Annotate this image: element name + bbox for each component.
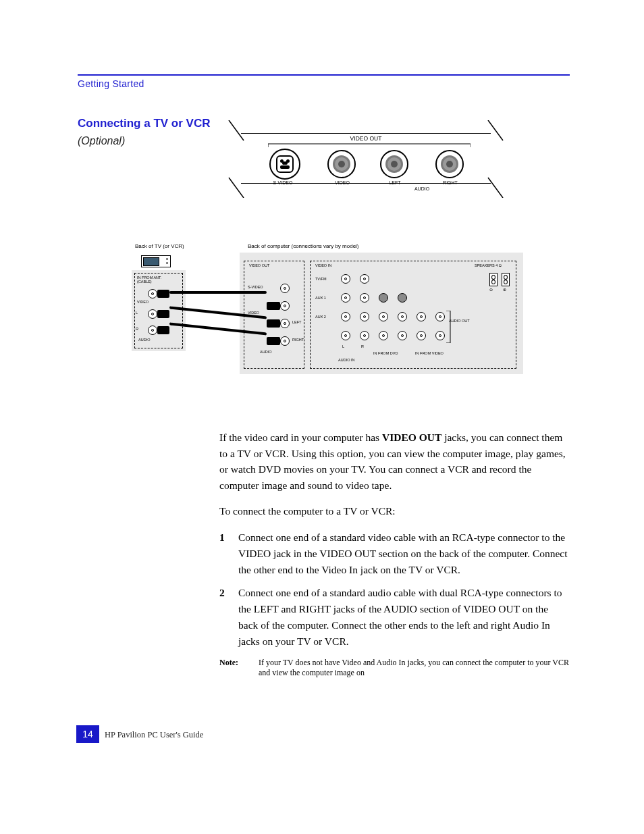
section-header: Getting Started [78,78,570,89]
pc-r1c2 [379,293,388,303]
svg-line-0 [229,120,244,140]
svideo-jack-icon [269,149,300,180]
body-paragraph-1: If the video card in your computer has V… [219,429,570,493]
tv-audio-l-jack [148,309,157,319]
pc-tvfm-lbl: TV/FM [315,277,327,281]
pc-dvd-lbl: IN FROM DVD [373,351,398,355]
pc-svideo-jack [280,284,290,293]
pc-right-jack [280,336,290,346]
pc-aux1-lbl: AUX 1 [315,296,326,300]
pc-r2c2 [379,312,388,321]
pc-r3c4 [417,331,426,340]
tv-ant-label: IN FROM ANT. (CABLE) [137,276,161,284]
pc-audio-in-lbl: AUDIO IN [338,358,354,362]
video-label: VIDEO [322,180,363,185]
pc-caption: Back of computer (connections vary by mo… [248,243,359,249]
pc-r0c0 [341,274,350,284]
video-jack-icon [327,150,356,178]
body-paragraph-2: To connect the computer to a TV or VCR: [219,503,570,519]
pc-r3c2 [379,331,388,340]
left-heading: Connecting a TV or VCR [78,116,219,131]
panel-strip: VIDEO OUT [241,133,491,184]
audio-out-bracket [446,311,453,343]
step-1: 1 Connect one end of a standard video ca… [219,529,570,578]
tv-caption: Back of TV (or VCR) [135,243,184,249]
svideo-label: S-VIDEO [263,180,303,185]
pc-r3c0 [341,331,350,340]
break-left-icon [226,120,246,198]
pc-l-lbl: L [342,344,344,348]
audio-group-label: AUDIO [402,186,442,191]
pc-left-lbl: LEFT [292,320,301,324]
audio-left-jack-icon [380,150,408,178]
pc-video-in-lbl: VIDEO IN [315,263,331,267]
tv-audio-r-jack [148,325,157,335]
audio-left-label: LEFT [375,180,415,185]
tv-r-lbl: R [136,327,138,331]
pc-left-plug [267,319,280,328]
pc-speakers-lbl: SPEAKERS 4 Ω [475,263,502,267]
speaker-right-icon [502,273,510,286]
note: Note: If your TV does not have Video and… [219,658,570,678]
speaker-left-icon [489,273,498,286]
bracket-line [268,142,471,149]
pc-video-out-lbl: VIDEO OUT [249,263,269,267]
pc-audio-lbl: AUDIO [260,350,271,354]
pc-r2c0 [341,312,350,321]
pc-r3c1 [360,331,369,340]
pc-r2c3 [398,312,407,321]
step-2: 2 Connect one end of a standard audio ca… [219,585,570,650]
pc-r2c1 [360,312,369,321]
page-number: 14 [76,725,99,743]
pc-r1c3 [398,293,407,303]
break-right-icon [485,120,506,198]
pc-r-lbl: R [361,344,364,348]
connection-diagram: Back of TV (or VCR) Back of computer (co… [219,243,570,405]
tv-video-jack [148,289,157,298]
pc-r1c1 [360,293,369,303]
pc-video-jack [280,301,290,311]
pc-svideo-lbl: S-VIDEO [248,285,263,289]
tv-l-lbl: L [136,311,138,315]
video-out-panel-diagram: VIDEO OUT [219,116,570,211]
pc-vid-aux-lbl: IN FROM VIDEO [415,351,444,355]
section-rule [78,74,570,76]
tv-video-plug [157,290,169,298]
tv-audio-lbl: AUDIO [138,338,150,342]
pc-left-jack [280,319,290,328]
audio-right-label: RIGHT [430,180,471,185]
tv-audio-r-plug [157,326,169,334]
pc-r2c4 [417,312,426,321]
svg-line-2 [488,120,503,140]
pc-r2c5 [435,312,445,321]
pc-r3c3 [398,331,407,340]
pc-r3c5 [435,331,445,340]
footer-text: HP Pavilion PC User's Guide [105,730,203,740]
audio-right-jack-icon [435,150,464,178]
video-out-label: VIDEO OUT [329,135,403,142]
pc-video-plug [267,302,280,310]
pc-r1c0 [341,293,350,303]
svg-line-3 [488,178,503,198]
left-subtitle: (Optional) [78,135,219,147]
tv-audio-l-plug [157,310,169,318]
pc-right-plug [267,337,280,345]
tv-video-lbl: VIDEO [137,300,149,304]
pc-aux2-lbl: AUX 2 [315,315,326,319]
tv-icon [141,255,171,267]
svg-line-1 [229,178,244,198]
pc-right-lbl: RIGHT [292,338,304,342]
pc-r0c1 [360,274,369,284]
cable-video [169,291,267,294]
